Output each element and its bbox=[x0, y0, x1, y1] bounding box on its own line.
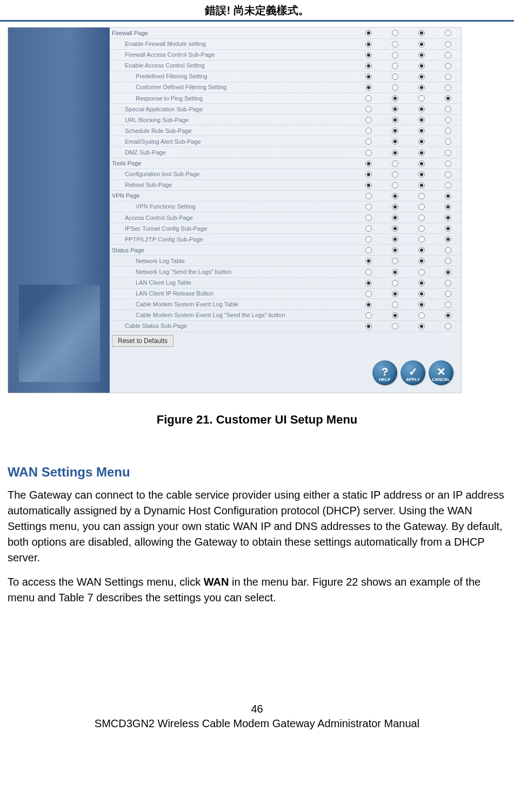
radio-option[interactable] bbox=[445, 30, 451, 36]
radio-option[interactable] bbox=[418, 182, 425, 189]
radio-option[interactable] bbox=[418, 138, 425, 145]
radio-option[interactable] bbox=[418, 95, 425, 102]
radio-option[interactable] bbox=[445, 312, 451, 319]
radio-option[interactable] bbox=[392, 127, 398, 134]
help-button[interactable]: ? HELP bbox=[372, 360, 397, 385]
radio-option[interactable] bbox=[445, 291, 451, 297]
radio-option[interactable] bbox=[445, 280, 451, 286]
radio-option[interactable] bbox=[392, 150, 398, 156]
radio-option[interactable] bbox=[392, 160, 398, 167]
radio-option[interactable] bbox=[365, 84, 372, 91]
radio-option[interactable] bbox=[445, 138, 451, 145]
radio-option[interactable] bbox=[365, 160, 372, 167]
radio-option[interactable] bbox=[445, 73, 451, 80]
radio-option[interactable] bbox=[392, 41, 398, 48]
reset-defaults-button[interactable]: Reset to Defaults bbox=[112, 335, 173, 347]
radio-option[interactable] bbox=[445, 150, 451, 156]
radio-option[interactable] bbox=[418, 204, 425, 210]
radio-option[interactable] bbox=[365, 171, 372, 178]
radio-option[interactable] bbox=[418, 117, 425, 123]
radio-option[interactable] bbox=[392, 30, 398, 36]
radio-option[interactable] bbox=[365, 204, 372, 210]
radio-option[interactable] bbox=[392, 204, 398, 210]
radio-option[interactable] bbox=[365, 214, 372, 221]
radio-option[interactable] bbox=[365, 269, 372, 276]
radio-option[interactable] bbox=[392, 52, 398, 58]
radio-option[interactable] bbox=[392, 106, 398, 112]
radio-option[interactable] bbox=[392, 247, 398, 253]
radio-option[interactable] bbox=[392, 258, 398, 264]
radio-option[interactable] bbox=[365, 73, 372, 80]
radio-option[interactable] bbox=[365, 150, 372, 156]
radio-option[interactable] bbox=[445, 193, 451, 199]
radio-option[interactable] bbox=[445, 95, 451, 102]
radio-option[interactable] bbox=[418, 52, 425, 58]
radio-option[interactable] bbox=[418, 84, 425, 91]
radio-option[interactable] bbox=[392, 193, 398, 199]
radio-option[interactable] bbox=[418, 106, 425, 112]
radio-option[interactable] bbox=[392, 138, 398, 145]
radio-option[interactable] bbox=[445, 204, 451, 210]
radio-option[interactable] bbox=[418, 247, 425, 253]
radio-option[interactable] bbox=[418, 41, 425, 48]
radio-option[interactable] bbox=[418, 301, 425, 308]
apply-button[interactable]: ✓ APPLY bbox=[400, 360, 425, 385]
radio-option[interactable] bbox=[365, 247, 372, 253]
radio-option[interactable] bbox=[445, 52, 451, 58]
radio-option[interactable] bbox=[445, 225, 451, 232]
radio-option[interactable] bbox=[418, 280, 425, 286]
radio-option[interactable] bbox=[365, 95, 372, 102]
radio-option[interactable] bbox=[418, 63, 425, 69]
radio-option[interactable] bbox=[365, 41, 372, 48]
radio-option[interactable] bbox=[445, 258, 451, 264]
radio-option[interactable] bbox=[365, 258, 372, 264]
radio-option[interactable] bbox=[392, 73, 398, 80]
radio-option[interactable] bbox=[392, 269, 398, 276]
radio-option[interactable] bbox=[418, 236, 425, 243]
radio-option[interactable] bbox=[365, 63, 372, 69]
radio-option[interactable] bbox=[445, 323, 451, 330]
radio-option[interactable] bbox=[445, 171, 451, 178]
radio-option[interactable] bbox=[418, 150, 425, 156]
radio-option[interactable] bbox=[445, 236, 451, 243]
radio-option[interactable] bbox=[392, 117, 398, 123]
radio-option[interactable] bbox=[392, 236, 398, 243]
radio-option[interactable] bbox=[365, 291, 372, 297]
radio-option[interactable] bbox=[365, 225, 372, 232]
radio-option[interactable] bbox=[445, 301, 451, 308]
radio-option[interactable] bbox=[365, 301, 372, 308]
radio-option[interactable] bbox=[392, 214, 398, 221]
radio-option[interactable] bbox=[418, 214, 425, 221]
radio-option[interactable] bbox=[418, 258, 425, 264]
radio-option[interactable] bbox=[418, 160, 425, 167]
cancel-button[interactable]: ✕ CANCEL bbox=[429, 360, 453, 385]
radio-option[interactable] bbox=[445, 269, 451, 276]
radio-option[interactable] bbox=[392, 301, 398, 308]
radio-option[interactable] bbox=[418, 312, 425, 319]
radio-option[interactable] bbox=[365, 323, 372, 330]
radio-option[interactable] bbox=[365, 193, 372, 199]
radio-option[interactable] bbox=[392, 291, 398, 297]
radio-option[interactable] bbox=[365, 236, 372, 243]
radio-option[interactable] bbox=[392, 182, 398, 189]
radio-option[interactable] bbox=[445, 84, 451, 91]
radio-option[interactable] bbox=[365, 127, 372, 134]
radio-option[interactable] bbox=[365, 30, 372, 36]
radio-option[interactable] bbox=[418, 193, 425, 199]
radio-option[interactable] bbox=[392, 312, 398, 319]
radio-option[interactable] bbox=[418, 269, 425, 276]
radio-option[interactable] bbox=[365, 280, 372, 286]
radio-option[interactable] bbox=[418, 225, 425, 232]
radio-option[interactable] bbox=[445, 182, 451, 189]
radio-option[interactable] bbox=[392, 171, 398, 178]
radio-option[interactable] bbox=[392, 63, 398, 69]
radio-option[interactable] bbox=[418, 73, 425, 80]
radio-option[interactable] bbox=[418, 171, 425, 178]
radio-option[interactable] bbox=[365, 138, 372, 145]
radio-option[interactable] bbox=[445, 63, 451, 69]
radio-option[interactable] bbox=[445, 106, 451, 112]
radio-option[interactable] bbox=[365, 312, 372, 319]
radio-option[interactable] bbox=[418, 30, 425, 36]
radio-option[interactable] bbox=[392, 280, 398, 286]
radio-option[interactable] bbox=[392, 95, 398, 102]
